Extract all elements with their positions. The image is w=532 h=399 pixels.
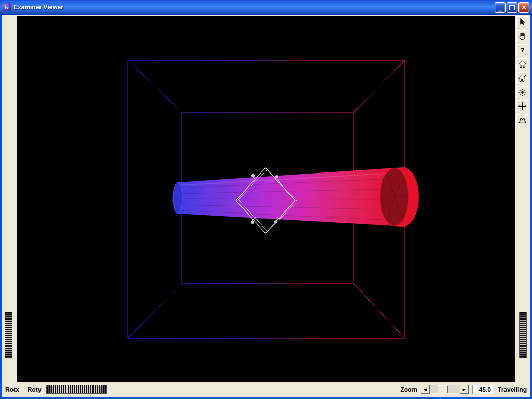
- left-arrow-icon: ◀: [424, 388, 427, 392]
- zoom-decrease-button[interactable]: ◀: [421, 385, 430, 394]
- bottom-bar: Rotx Roty Zoom ◀ ▶ Travelling: [2, 382, 530, 397]
- home-icon: [518, 60, 527, 69]
- view-all-button[interactable]: [516, 86, 528, 98]
- client-area: ?: [2, 15, 530, 397]
- roty-thumbwheel[interactable]: [46, 385, 107, 394]
- minimize-icon: ▁: [498, 7, 502, 11]
- hand-icon: [518, 32, 527, 41]
- dolly-thumbwheel[interactable]: [519, 312, 527, 358]
- minimize-button[interactable]: ▁: [495, 2, 506, 13]
- camera-type-button[interactable]: [516, 114, 528, 126]
- pick-arrow-icon: [518, 18, 527, 26]
- render-viewport[interactable]: [17, 16, 515, 382]
- set-home-icon: [518, 74, 527, 83]
- home-button[interactable]: [516, 58, 528, 70]
- gradient-cylinder: [173, 167, 419, 227]
- cylinder-left-cap: [173, 182, 182, 214]
- zoom-value-input[interactable]: [472, 385, 493, 394]
- window-controls: ▁ ×: [495, 2, 529, 13]
- right-arrow-icon: ▶: [463, 388, 466, 392]
- rotx-label: Rotx: [5, 386, 19, 393]
- seek-crosshair-icon: [518, 102, 527, 111]
- app-icon: Iv: [3, 3, 11, 11]
- viewer-toolbar: ?: [515, 16, 529, 126]
- mode-label: Travelling: [498, 386, 527, 393]
- zoom-slider-track[interactable]: [430, 385, 460, 394]
- scene-3d: [17, 16, 515, 382]
- set-home-button[interactable]: [516, 72, 528, 84]
- perspective-camera-icon: [518, 116, 527, 125]
- view-all-eye-icon: [518, 88, 527, 97]
- pick-mode-button[interactable]: [516, 16, 528, 28]
- zoom-label: Zoom: [400, 386, 417, 393]
- roty-label: Roty: [28, 386, 42, 393]
- help-button[interactable]: ?: [516, 44, 528, 56]
- window-title: Examiner Viewer: [14, 4, 495, 11]
- close-icon: ×: [522, 4, 526, 11]
- examiner-viewer-window: Iv Examiner Viewer ▁ ×: [0, 0, 532, 399]
- view-mode-button[interactable]: [516, 30, 528, 42]
- seek-button[interactable]: [516, 100, 528, 112]
- close-button[interactable]: ×: [518, 2, 529, 13]
- maximize-icon: [509, 5, 515, 10]
- rotx-thumbwheel[interactable]: [5, 312, 12, 358]
- title-bar[interactable]: Iv Examiner Viewer ▁ ×: [0, 0, 532, 15]
- zoom-slider-thumb[interactable]: [438, 385, 448, 393]
- maximize-button[interactable]: [507, 2, 517, 13]
- zoom-increase-button[interactable]: ▶: [460, 385, 469, 394]
- help-icon: ?: [521, 46, 525, 54]
